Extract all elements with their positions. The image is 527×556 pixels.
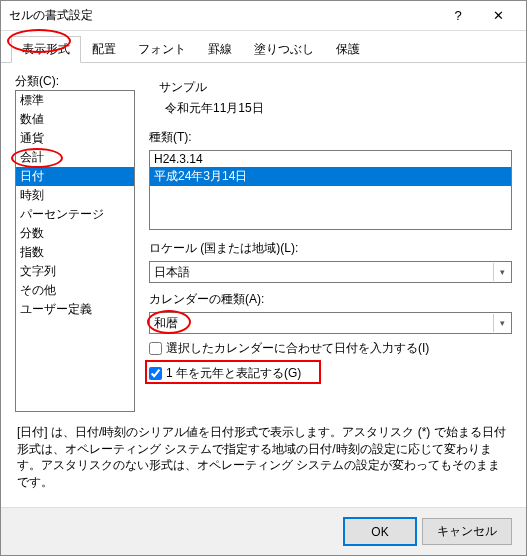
calendar-value: 和暦 <box>149 312 512 334</box>
category-item[interactable]: 分数 <box>16 224 134 243</box>
type-item[interactable]: H24.3.14 <box>150 151 511 167</box>
ok-button[interactable]: OK <box>344 518 416 545</box>
help-button[interactable]: ? <box>438 2 478 30</box>
calendar-label: カレンダーの種類(A): <box>149 291 512 308</box>
titlebar: セルの書式設定 ? ✕ <box>1 1 526 31</box>
dialog-title: セルの書式設定 <box>9 7 438 24</box>
tab-alignment[interactable]: 配置 <box>81 36 127 63</box>
chk-gannen-label: 1 年を元年と表記する(G) <box>166 365 301 382</box>
category-listbox[interactable]: 標準 数値 通貨 会計 日付 時刻 パーセンテージ 分数 指数 文字列 その他 … <box>15 90 135 412</box>
category-column: 分類(C): 標準 数値 通貨 会計 日付 時刻 パーセンテージ 分数 指数 文… <box>15 73 135 412</box>
chk-input-by-calendar-box[interactable] <box>149 342 162 355</box>
category-item[interactable]: 数値 <box>16 110 134 129</box>
chk-gannen[interactable]: 1 年を元年と表記する(G) <box>149 363 512 384</box>
sample-label: サンプル <box>159 79 502 96</box>
type-listbox[interactable]: H24.3.14 平成24年3月14日 <box>149 150 512 230</box>
chk-gannen-box[interactable] <box>149 367 162 380</box>
category-item[interactable]: パーセンテージ <box>16 205 134 224</box>
category-item[interactable]: ユーザー定義 <box>16 300 134 319</box>
tab-fill[interactable]: 塗りつぶし <box>243 36 325 63</box>
category-item-date[interactable]: 日付 <box>16 167 134 186</box>
main-row: 分類(C): 標準 数値 通貨 会計 日付 時刻 パーセンテージ 分数 指数 文… <box>15 73 512 412</box>
category-item[interactable]: その他 <box>16 281 134 300</box>
category-label: 分類(C): <box>15 73 135 90</box>
locale-label: ロケール (国または地域)(L): <box>149 240 512 257</box>
tab-display-format[interactable]: 表示形式 <box>11 36 81 63</box>
category-item[interactable]: 会計 <box>16 148 134 167</box>
cancel-button[interactable]: キャンセル <box>422 518 512 545</box>
category-item[interactable]: 文字列 <box>16 262 134 281</box>
format-cells-dialog: セルの書式設定 ? ✕ 表示形式 配置 フォント 罫線 塗りつぶし 保護 分類(… <box>0 0 527 556</box>
locale-value: 日本語 <box>149 261 512 283</box>
category-item[interactable]: 標準 <box>16 91 134 110</box>
tab-bar: 表示形式 配置 フォント 罫線 塗りつぶし 保護 <box>1 31 526 63</box>
calendar-select[interactable]: 和暦 ▾ <box>149 312 512 334</box>
close-button[interactable]: ✕ <box>478 2 518 30</box>
format-description: [日付] は、日付/時刻のシリアル値を日付形式で表示します。アスタリスク (*)… <box>15 418 512 497</box>
type-label: 種類(T): <box>149 129 512 146</box>
sample-value: 令和元年11月15日 <box>159 100 502 117</box>
right-column: サンプル 令和元年11月15日 種類(T): H24.3.14 平成24年3月1… <box>149 73 512 412</box>
locale-select[interactable]: 日本語 ▾ <box>149 261 512 283</box>
dialog-body: 分類(C): 標準 数値 通貨 会計 日付 時刻 パーセンテージ 分数 指数 文… <box>1 63 526 507</box>
category-item[interactable]: 時刻 <box>16 186 134 205</box>
dialog-footer: OK キャンセル <box>1 507 526 555</box>
tab-protection[interactable]: 保護 <box>325 36 371 63</box>
category-item[interactable]: 通貨 <box>16 129 134 148</box>
chk-input-by-calendar[interactable]: 選択したカレンダーに合わせて日付を入力する(I) <box>149 338 512 359</box>
chk-input-by-calendar-label: 選択したカレンダーに合わせて日付を入力する(I) <box>166 340 429 357</box>
category-item[interactable]: 指数 <box>16 243 134 262</box>
type-item[interactable]: 平成24年3月14日 <box>150 167 511 186</box>
tab-font[interactable]: フォント <box>127 36 197 63</box>
sample-box: サンプル 令和元年11月15日 <box>149 73 512 125</box>
tab-border[interactable]: 罫線 <box>197 36 243 63</box>
